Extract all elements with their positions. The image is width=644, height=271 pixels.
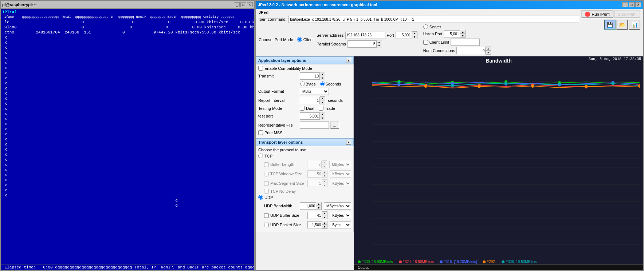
print-mss-checkbox[interactable] [258,130,263,135]
udp-bw-up[interactable]: ▲ [316,202,321,206]
terminal-minimize-btn[interactable]: _ [234,2,240,7]
max-seg-down[interactable]: ▼ [322,183,327,187]
udp-buf-down[interactable]: ▼ [322,215,327,219]
server-mode-option[interactable]: Server [423,24,491,29]
transport-layer-collapse[interactable]: ▲ [346,140,351,145]
tcp-window-unit-select[interactable]: KBytes [330,170,351,178]
bytes-radio[interactable] [300,81,305,86]
terminal-line: lo 0 0 0 0.00 kbits/sec 0.00 kbits/sec [2,20,253,25]
transmit-label: Transmit [258,74,298,78]
parallel-up[interactable]: ▲ [377,40,382,44]
client-radio[interactable] [297,37,302,42]
port-up-arrow[interactable]: ▲ [412,32,417,35]
transmit-input[interactable] [300,72,320,80]
client-limit-input[interactable] [451,39,480,46]
udp-packet-spinner: ▲ ▼ [307,221,327,229]
num-conn-down[interactable]: ▼ [486,51,491,54]
terminal-close-btn[interactable]: ✕ [247,2,253,7]
toolbar-icons: 💾 📂 📊 [604,20,640,30]
buffer-length-checkbox[interactable] [264,162,269,167]
terminal-line: x [2,106,253,111]
compat-mode-checkbox[interactable] [258,66,263,71]
transmit-up[interactable]: ▲ [320,72,325,76]
report-interval-input[interactable] [300,97,320,104]
dual-checkbox[interactable] [300,106,305,111]
test-port-input[interactable] [300,112,320,120]
stop-iperf-button[interactable]: Stop IPerf! [614,10,640,18]
test-port-down[interactable]: ▼ [320,116,325,120]
terminal-line: x [2,152,253,157]
udp-pkt-down[interactable]: ▼ [322,225,327,228]
trade-checkbox[interactable] [319,106,323,111]
udp-buffer-input[interactable] [307,212,322,219]
export-toolbar-btn[interactable]: 📊 [629,20,640,30]
transmit-down[interactable]: ▼ [320,76,325,80]
terminal-statusbar: Elapsed time: 0:00 qqqqqqqqqqqqqqqqqqqqq… [1,264,254,270]
options-panel: Application layer options ▲ Enable Compa… [256,56,354,270]
jperf-close-btn[interactable]: ✕ [635,2,641,7]
seconds-option[interactable]: Seconds [320,81,341,86]
udp-bandwidth-unit-select[interactable]: MBytes/sec [324,202,351,210]
max-segment-checkbox[interactable] [264,181,269,186]
tcp-window-checkbox[interactable] [264,172,269,176]
listen-port-up[interactable]: ▲ [460,30,465,34]
udp-buf-up[interactable]: ▲ [322,212,327,215]
app-layer-collapse[interactable]: ▲ [346,58,351,63]
udp-buffer-checkbox[interactable] [264,213,269,218]
parallel-down[interactable]: ▼ [377,44,382,48]
num-conn-up[interactable]: ▲ [486,47,491,51]
seconds-radio[interactable] [320,81,325,86]
client-mode-option[interactable]: Client [297,37,314,42]
rep-file-input[interactable] [300,121,329,129]
rep-file-browse-btn[interactable]: ... [330,121,339,129]
num-connections-input[interactable] [456,47,486,54]
tcp-window-input[interactable] [307,170,322,178]
tcp-win-down[interactable]: ▼ [322,174,327,178]
command-input[interactable] [288,16,579,23]
udp-bw-down[interactable]: ▼ [316,206,321,210]
report-down[interactable]: ▼ [320,100,325,104]
buffer-length-unit-select[interactable]: MBytes [329,161,351,168]
udp-packet-unit-select[interactable]: Bytes [330,221,351,228]
listen-port-down[interactable]: ▼ [460,34,465,37]
tcp-nodelay-checkbox[interactable] [264,189,269,194]
client-limit-checkbox[interactable] [423,40,428,45]
parallel-input[interactable] [347,40,377,48]
udp-radio[interactable] [258,195,263,200]
listen-port-input[interactable] [444,30,460,37]
tcp-radio[interactable] [258,154,263,158]
terminal-maximize-btn[interactable]: □ [240,2,246,7]
udp-buffer-unit-select[interactable]: KBytes [330,212,351,219]
jperf-restore-btn[interactable]: □ [629,2,635,7]
udp-packet-input[interactable] [307,221,322,228]
max-segment-unit-select[interactable]: KBytes [330,180,351,187]
save-toolbar-btn[interactable]: 💾 [604,20,616,30]
tcp-win-up[interactable]: ▲ [322,170,327,174]
test-port-up[interactable]: ▲ [320,112,325,116]
udp-packet-checkbox[interactable] [264,223,269,227]
output-format-select[interactable]: MBits [300,88,329,95]
udp-bandwidth-input[interactable] [300,202,316,210]
buf-len-up[interactable]: ▲ [322,161,327,164]
udp-option[interactable]: UDP [258,195,351,200]
load-toolbar-btn[interactable]: 📂 [616,20,628,30]
buffer-length-input[interactable] [307,161,322,168]
jperf-main: Application layer options ▲ Enable Compa… [256,56,643,270]
server-address-input[interactable] [345,32,385,39]
transport-layer-header[interactable]: Transport layer options ▲ [256,138,354,146]
report-up[interactable]: ▲ [320,97,325,100]
trade-label: Trade [325,106,335,111]
trade-option: Trade [319,106,335,111]
server-radio[interactable] [423,24,428,29]
run-iperf-button[interactable]: Run IPerf! [581,10,613,18]
tcp-option[interactable]: TCP [258,154,351,158]
buf-len-down[interactable]: ▼ [322,164,327,168]
jperf-minimize-btn[interactable]: _ [622,2,628,7]
port-input[interactable] [396,32,412,39]
bytes-option[interactable]: Bytes [300,81,316,86]
max-segment-input[interactable] [307,180,322,187]
app-layer-header[interactable]: Application layer options ▲ [256,56,354,64]
udp-pkt-up[interactable]: ▲ [322,221,327,225]
max-seg-up[interactable]: ▲ [322,180,327,183]
port-down-arrow[interactable]: ▼ [412,35,417,39]
